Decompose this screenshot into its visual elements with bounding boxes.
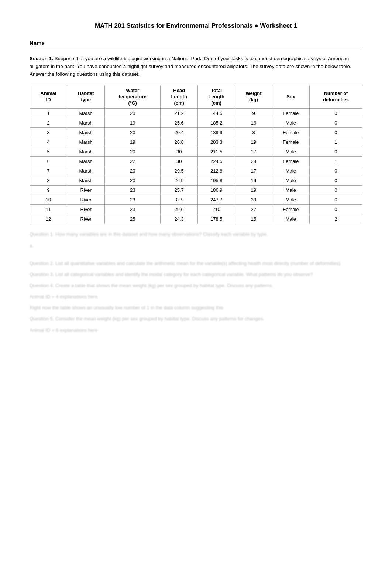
- table-cell: 2: [309, 214, 362, 224]
- table-cell: 2: [30, 118, 67, 128]
- table-cell: Marsh: [67, 176, 105, 186]
- blurred-block-2: Question 2. List all quantitative variab…: [30, 260, 362, 267]
- blurred-block-0: Question 1. How many variables are in th…: [30, 231, 362, 238]
- table-cell: River: [67, 214, 105, 224]
- table-cell: 139.9: [198, 128, 235, 137]
- table-cell: 8: [235, 128, 272, 137]
- table-cell: 20.4: [161, 128, 198, 137]
- table-cell: 211.5: [198, 147, 235, 157]
- table-cell: 25: [105, 214, 161, 224]
- table-cell: 19: [235, 176, 272, 186]
- table-cell: 0: [309, 147, 362, 157]
- table-cell: 11: [30, 205, 67, 214]
- table-cell: 144.5: [198, 109, 235, 118]
- table-cell: 20: [105, 109, 161, 118]
- table-cell: 17: [235, 166, 272, 176]
- table-cell: 9: [30, 186, 67, 195]
- table-cell: 0: [309, 118, 362, 128]
- name-label: Name: [30, 40, 45, 46]
- table-cell: Female: [272, 128, 309, 137]
- table-cell: 19: [235, 137, 272, 147]
- table-cell: 1: [309, 157, 362, 166]
- section1-body: Suppose that you are a wildlife biologis…: [30, 56, 351, 77]
- table-cell: 29.6: [161, 205, 198, 214]
- table-cell: 186.9: [198, 186, 235, 195]
- blurred-block-1: a.: [30, 242, 362, 249]
- table-cell: 20: [105, 166, 161, 176]
- table-cell: River: [67, 205, 105, 214]
- col-header-animal-id: AnimalID: [30, 85, 67, 109]
- table-cell: 7: [30, 166, 67, 176]
- blurred-block-7: Question 5. Consider the mean weight (kg…: [30, 315, 362, 323]
- table-cell: Male: [272, 176, 309, 186]
- table-cell: 19: [105, 118, 161, 128]
- table-cell: 29.5: [161, 166, 198, 176]
- col-header-head-length: HeadLength(cm): [161, 85, 198, 109]
- table-cell: 9: [235, 109, 272, 118]
- blurred-block-3: Question 3. List all categorical variabl…: [30, 271, 362, 278]
- table-cell: 28: [235, 157, 272, 166]
- section1-text: Section 1. Suppose that you are a wildli…: [30, 55, 362, 78]
- table-cell: 5: [30, 147, 67, 157]
- table-cell: 20: [105, 147, 161, 157]
- table-cell: 26.9: [161, 176, 198, 186]
- table-cell: 19: [235, 186, 272, 195]
- table-cell: 20: [105, 176, 161, 186]
- alligator-data-table: AnimalID Habitattype Watertemperature(°C…: [30, 85, 362, 224]
- table-cell: Female: [272, 109, 309, 118]
- table-cell: River: [67, 186, 105, 195]
- section1-bold: Section 1.: [30, 56, 53, 61]
- table-cell: 0: [309, 195, 362, 205]
- table-cell: 39: [235, 195, 272, 205]
- table-cell: 27: [235, 205, 272, 214]
- table-cell: 210: [198, 205, 235, 214]
- table-cell: 23: [105, 186, 161, 195]
- table-cell: 12: [30, 214, 67, 224]
- table-cell: 185.2: [198, 118, 235, 128]
- table-cell: Marsh: [67, 147, 105, 157]
- table-cell: 16: [235, 118, 272, 128]
- table-cell: 23: [105, 195, 161, 205]
- table-cell: 25.7: [161, 186, 198, 195]
- table-cell: 19: [105, 137, 161, 147]
- col-header-total-length: TotalLength(cm): [198, 85, 235, 109]
- table-cell: 3: [30, 128, 67, 137]
- table-cell: 8: [30, 176, 67, 186]
- table-cell: 4: [30, 137, 67, 147]
- table-cell: 24.3: [161, 214, 198, 224]
- table-cell: 247.7: [198, 195, 235, 205]
- table-cell: 30: [161, 147, 198, 157]
- table-cell: Male: [272, 147, 309, 157]
- table-cell: 15: [235, 214, 272, 224]
- table-cell: Male: [272, 195, 309, 205]
- blurred-block-6: Right now the table shows an unusually l…: [30, 304, 362, 312]
- table-cell: 195.8: [198, 176, 235, 186]
- table-cell: 0: [309, 128, 362, 137]
- col-header-sex: Sex: [272, 85, 309, 109]
- table-cell: 17: [235, 147, 272, 157]
- table-cell: 0: [309, 186, 362, 195]
- table-cell: 21.2: [161, 109, 198, 118]
- table-cell: 25.6: [161, 118, 198, 128]
- col-header-habitat-type: Habitattype: [67, 85, 105, 109]
- table-cell: Marsh: [67, 128, 105, 137]
- table-cell: Marsh: [67, 118, 105, 128]
- table-cell: 20: [105, 128, 161, 137]
- table-cell: Marsh: [67, 137, 105, 147]
- table-cell: 212.8: [198, 166, 235, 176]
- table-cell: 1: [309, 137, 362, 147]
- col-header-deformities: Number ofdeformities: [309, 85, 362, 109]
- table-cell: 0: [309, 109, 362, 118]
- col-header-weight: Weight(kg): [235, 85, 272, 109]
- table-cell: River: [67, 195, 105, 205]
- table-cell: Marsh: [67, 157, 105, 166]
- table-cell: Female: [272, 205, 309, 214]
- table-cell: 0: [309, 166, 362, 176]
- table-cell: Male: [272, 214, 309, 224]
- table-cell: Male: [272, 186, 309, 195]
- table-cell: 10: [30, 195, 67, 205]
- table-cell: 178.5: [198, 214, 235, 224]
- blurred-block-5: Animal ID = 4 explanations here: [30, 293, 362, 300]
- table-cell: Female: [272, 157, 309, 166]
- blurred-block-4: Question 4. Create a table that shows th…: [30, 282, 362, 289]
